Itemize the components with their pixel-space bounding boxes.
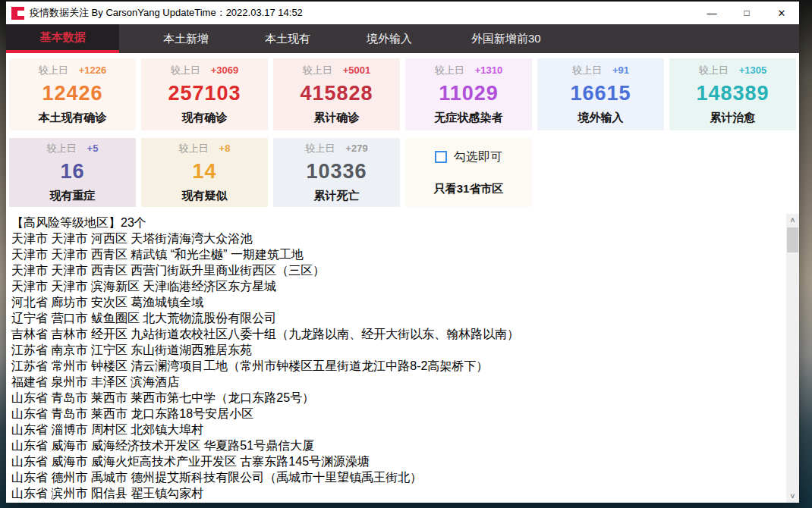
stat-value: 11029: [439, 82, 499, 105]
checkbox-label[interactable]: 勾选即可: [454, 149, 502, 165]
delta-value: +1226: [79, 64, 107, 76]
stat-card-current-severe: 较上日 +5 16 现有重症: [9, 138, 136, 207]
list-item: 山东省 淄博市 周村区 北郊镇大埠村: [6, 422, 786, 437]
title-bar[interactable]: 疫情数据关注 By CarsonYang UpdateTime：2022.03.…: [6, 2, 799, 24]
compare-row: 较上日 +5: [47, 142, 99, 155]
delta-value: +91: [612, 64, 629, 76]
stat-card-total-confirmed: 较上日 +5001 415828 累计确诊: [273, 58, 400, 130]
list-item: 山东省 滨州市 阳信县 翟王镇勾家村: [6, 485, 786, 501]
filter-card-only-31-provinces: 勾选即可 只看31省市区: [405, 138, 532, 207]
minimize-button[interactable]: —: [694, 2, 729, 24]
list-item: 天津市 天津市 河西区 天塔街清海湾大众浴池: [6, 230, 786, 246]
stat-name: 无症状感染者: [435, 111, 503, 125]
compare-label: 较上日: [47, 142, 77, 155]
list-item: 山东省 青岛市 莱西市 龙口东路18号安居小区: [6, 406, 786, 422]
tab-bar: 基本数据 本土新增 本土现有 境外输入 外国新增前30: [6, 24, 799, 53]
stat-card-total-cured: 较上日 +1305 148389 累计治愈: [669, 58, 796, 130]
compare-row: 较上日 +5001: [303, 64, 371, 77]
stat-value: 16: [60, 160, 84, 183]
tab-local-current[interactable]: 本土现有: [265, 24, 310, 53]
delta-value: +5: [87, 143, 99, 154]
compare-label: 较上日: [303, 64, 332, 77]
app-logo-icon: [11, 7, 24, 20]
delta-value: +3069: [211, 64, 239, 76]
checkbox-row: 勾选即可: [435, 149, 502, 165]
compare-label: 较上日: [305, 142, 335, 155]
stat-name: 累计确诊: [314, 111, 360, 125]
scroll-up-icon[interactable]: ˄: [786, 214, 799, 227]
stat-name: 累计死亡: [314, 189, 360, 203]
stat-name: 现有确诊: [182, 111, 228, 125]
stat-card-current-suspected: 较上日 +8 14 现有疑似: [141, 138, 268, 207]
filter-name: 只看31省市区: [434, 182, 504, 196]
compare-row: 较上日 +1310: [435, 64, 503, 77]
compare-label: 较上日: [39, 64, 68, 77]
stat-value: 415828: [300, 82, 373, 105]
stat-value: 12426: [42, 82, 102, 105]
list-item: 天津市 天津市 滨海新区 天津临港经济区东方星城: [6, 278, 786, 294]
list-item: 天津市 天津市 西青区 精武镇 “和光尘樾” 一期建筑工地: [6, 246, 786, 262]
scrollbar-thumb[interactable]: [787, 227, 798, 252]
delta-value: +5001: [343, 64, 371, 76]
vertical-scrollbar[interactable]: ˄ ˅: [786, 214, 799, 503]
delta-value: +1305: [739, 64, 767, 76]
stat-value: 14: [192, 160, 216, 183]
stat-name: 现有重症: [50, 189, 96, 203]
risk-area-list-content: 【高风险等级地区】23个 天津市 天津市 河西区 天塔街清海湾大众浴池 天津市 …: [6, 215, 786, 501]
stat-value: 148389: [696, 82, 769, 105]
stat-name: 境外输入: [578, 111, 624, 125]
maximize-button[interactable]: □: [729, 2, 764, 24]
tab-foreign-top30[interactable]: 外国新增前30: [471, 24, 541, 53]
list-item: 天津市 天津市 西青区 西营门街跃升里商业街西区（三区）: [6, 262, 786, 278]
compare-row: 较上日 +1226: [39, 64, 107, 77]
list-item: 江苏省 常州市 钟楼区 清云澜湾项目工地（常州市钟楼区五星街道龙江中路8-2高架…: [6, 358, 786, 374]
list-item: 山东省 威海市 威海火炬高技术产业开发区 古寨东路145号渊源澡塘: [6, 453, 786, 469]
list-header: 【高风险等级地区】23个: [6, 215, 786, 230]
stat-card-current-confirmed: 较上日 +3069 257103 现有确诊: [141, 58, 268, 130]
compare-row: 较上日 +91: [572, 64, 629, 77]
desktop-background: 疫情数据关注 By CarsonYang UpdateTime：2022.03.…: [0, 0, 812, 508]
risk-area-list[interactable]: 【高风险等级地区】23个 天津市 天津市 河西区 天塔街清海湾大众浴池 天津市 …: [6, 214, 799, 503]
delta-value: +1310: [475, 64, 503, 76]
window-title: 疫情数据关注 By CarsonYang UpdateTime：2022.03.…: [30, 6, 303, 20]
stat-card-local-current-confirmed: 较上日 +1226 12426 本土现有确诊: [9, 58, 136, 130]
stat-value: 16615: [570, 82, 631, 105]
list-item: 河北省 廊坊市 安次区 葛渔城镇全域: [6, 294, 786, 310]
tab-imported[interactable]: 境外输入: [367, 24, 412, 53]
list-item: 吉林省 吉林市 经开区 九站街道农校社区八委十组（九龙路以南、经开大街以东、翰林…: [6, 326, 786, 342]
list-item: 山东省 青岛市 莱西市 莱西市第七中学（龙口东路25号）: [6, 390, 786, 406]
delta-value: +279: [345, 143, 367, 154]
list-item: 山东省 德州市 禹城市 德州提艾斯科技有限公司（禹城市十里望镇禹王街北）: [6, 469, 786, 485]
stat-name: 现有疑似: [182, 189, 228, 203]
only-31-provinces-checkbox[interactable]: [435, 151, 447, 163]
stat-card-total-deaths: 较上日 +279 10336 累计死亡: [273, 138, 400, 207]
tab-basic-data[interactable]: 基本数据: [6, 24, 119, 53]
compare-row: 较上日 +8: [179, 142, 231, 155]
stat-value: 257103: [168, 82, 241, 105]
app-window: 疫情数据关注 By CarsonYang UpdateTime：2022.03.…: [6, 2, 799, 503]
stat-cards-grid: 较上日 +1226 12426 本土现有确诊 较上日 +3069 257103 …: [6, 53, 799, 214]
compare-label: 较上日: [572, 64, 602, 77]
list-item: 山东省 威海市 威海经济技术开发区 华夏路51号鼎信大厦: [6, 437, 786, 453]
compare-label: 较上日: [699, 64, 729, 77]
list-item: 江苏省 南京市 江宁区 东山街道湖西雅居东苑: [6, 342, 786, 358]
compare-row: 较上日 +279: [305, 142, 367, 155]
scroll-down-icon[interactable]: ˅: [786, 490, 799, 503]
compare-row: 较上日 +3069: [171, 64, 239, 77]
close-button[interactable]: ✕: [764, 2, 799, 24]
compare-row: 较上日 +1305: [699, 64, 767, 77]
list-item: 辽宁省 营口市 鲅鱼圈区 北大荒物流股份有限公司: [6, 310, 786, 326]
stat-name: 本土现有确诊: [39, 111, 107, 125]
delta-value: +8: [219, 143, 231, 154]
stat-name: 累计治愈: [710, 111, 756, 125]
compare-label: 较上日: [171, 64, 200, 77]
tab-local-new[interactable]: 本土新增: [163, 24, 209, 53]
compare-label: 较上日: [179, 142, 209, 155]
stat-card-imported: 较上日 +91 16615 境外输入: [537, 58, 664, 130]
stat-value: 10336: [306, 160, 367, 183]
list-item: 福建省 泉州市 丰泽区 滨海酒店: [6, 374, 786, 390]
compare-label: 较上日: [435, 64, 464, 77]
stat-card-asymptomatic: 较上日 +1310 11029 无症状感染者: [405, 58, 532, 130]
